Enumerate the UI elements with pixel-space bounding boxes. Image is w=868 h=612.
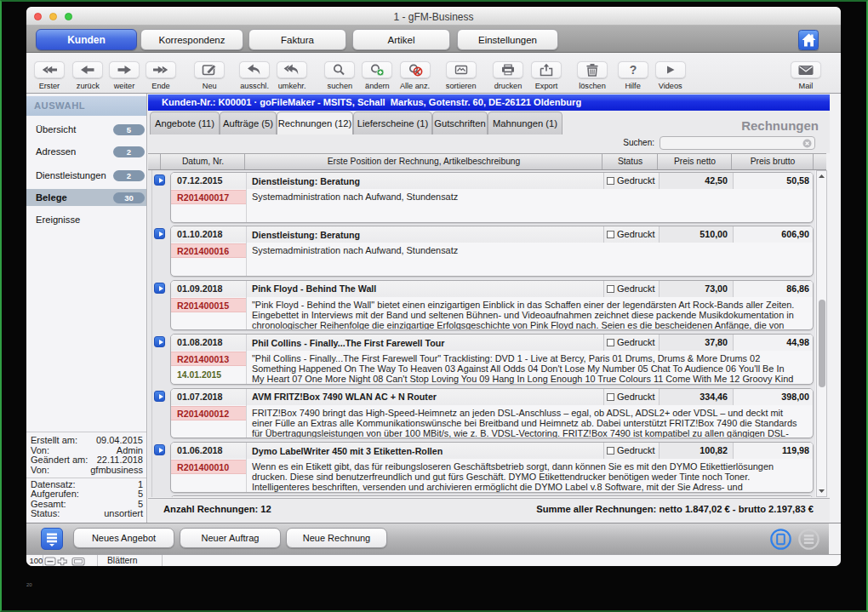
- svg-text:?: ?: [629, 63, 637, 77]
